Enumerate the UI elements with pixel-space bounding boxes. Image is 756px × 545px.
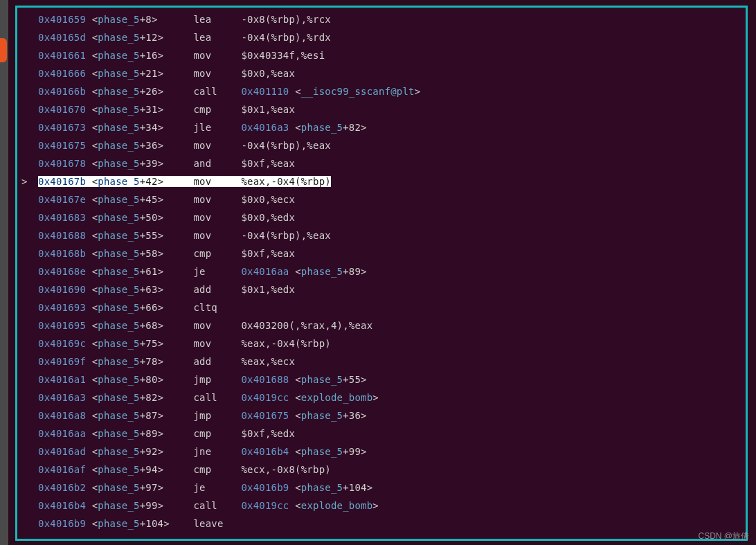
asm-line-content: 0x4016a3 <phase_5+82> call 0x4019cc <exp…	[38, 392, 379, 403]
asm-line: 0x401670 <phase_5+31> cmp $0x1,%eax	[21, 100, 741, 118]
asm-line-content: 0x4016b2 <phase_5+97> je 0x4016b9 <phase…	[38, 482, 372, 493]
asm-line: 0x401688 <phase_5+55> mov -0x4(%rbp),%ea…	[21, 226, 741, 244]
asm-line-content: 0x401666 <phase_5+21> mov $0x0,%eax	[38, 68, 295, 79]
asm-line: 0x40167e <phase_5+45> mov $0x0,%ecx	[21, 190, 741, 208]
asm-line: 0x4016b4 <phase_5+99> call 0x4019cc <exp…	[21, 497, 741, 515]
watermark: CSDN @旅借	[698, 530, 749, 542]
current-line-marker	[21, 28, 38, 46]
asm-line-content: 0x4016b9 <phase_5+104> leave	[38, 518, 241, 529]
current-line-marker	[21, 406, 38, 425]
asm-line: 0x40168e <phase_5+61> je 0x4016aa <phase…	[21, 262, 741, 280]
current-line-marker	[21, 154, 38, 172]
asm-line: 0x4016a8 <phase_5+87> jmp 0x401675 <phas…	[21, 406, 741, 425]
asm-line-content: 0x40165d <phase_5+12> lea -0x4(%rbp),%rd…	[38, 32, 331, 43]
disassembly-listing: 0x401659 <phase_5+8> lea -0x8(%rbp),%rcx…	[21, 10, 741, 533]
current-line-marker	[21, 10, 38, 28]
dock-indicator	[0, 38, 7, 62]
asm-line: 0x4016ad <phase_5+92> jne 0x4016b4 <phas…	[21, 443, 741, 461]
current-line-marker	[21, 370, 38, 388]
asm-line-content: 0x401661 <phase_5+16> mov $0x40334f,%esi	[38, 50, 325, 61]
asm-line-content: 0x401693 <phase_5+66> cltq	[38, 302, 241, 313]
asm-line-content: 0x4016a1 <phase_5+80> jmp 0x401688 <phas…	[38, 374, 367, 385]
asm-line-current: 0x40167b <phase_5+42> mov %eax,-0x4(%rbp…	[38, 176, 331, 187]
current-line-marker	[21, 461, 38, 479]
current-line-marker	[21, 443, 38, 461]
asm-line-content: 0x40168b <phase_5+58> cmp $0xf,%eax	[38, 248, 295, 259]
current-line-marker	[21, 262, 38, 280]
asm-line-content: 0x4016a8 <phase_5+87> jmp 0x401675 <phas…	[38, 410, 367, 421]
asm-line: > 0x40167b <phase_5+42> mov %eax,-0x4(%r…	[21, 172, 741, 190]
asm-line-content: 0x4016b4 <phase_5+99> call 0x4019cc <exp…	[38, 500, 379, 511]
asm-line: 0x4016a3 <phase_5+82> call 0x4019cc <exp…	[21, 388, 741, 406]
asm-line: 0x40169f <phase_5+78> add %eax,%ecx	[21, 352, 741, 370]
asm-line-content: 0x4016ad <phase_5+92> jne 0x4016b4 <phas…	[38, 446, 367, 457]
terminal-window[interactable]: 0x401659 <phase_5+8> lea -0x8(%rbp),%rcx…	[15, 6, 748, 541]
current-line-marker	[21, 226, 38, 244]
asm-line: 0x4016b9 <phase_5+104> leave	[21, 515, 741, 533]
current-line-marker	[21, 479, 38, 497]
asm-line-content: 0x4016af <phase_5+94> cmp %ecx,-0x8(%rbp…	[38, 464, 331, 475]
asm-line: 0x40165d <phase_5+12> lea -0x4(%rbp),%rd…	[21, 28, 741, 46]
current-line-marker	[21, 100, 38, 118]
current-line-marker	[21, 298, 38, 316]
asm-line: 0x4016b2 <phase_5+97> je 0x4016b9 <phase…	[21, 479, 741, 497]
current-line-marker	[21, 244, 38, 262]
asm-line: 0x401666 <phase_5+21> mov $0x0,%eax	[21, 64, 741, 82]
asm-line: 0x401661 <phase_5+16> mov $0x40334f,%esi	[21, 46, 741, 64]
asm-line-content: 0x401678 <phase_5+39> and $0xf,%eax	[38, 158, 295, 169]
asm-line-content: 0x401690 <phase_5+63> add $0x1,%edx	[38, 284, 295, 295]
current-line-marker	[21, 46, 38, 64]
asm-line-content: 0x401695 <phase_5+68> mov 0x403200(,%rax…	[38, 320, 372, 331]
asm-line-content: 0x4016aa <phase_5+89> cmp $0xf,%edx	[38, 428, 295, 439]
asm-line-content: 0x401675 <phase_5+36> mov -0x4(%rbp),%ea…	[38, 140, 331, 151]
current-line-marker	[21, 316, 38, 334]
current-line-marker	[21, 388, 38, 406]
asm-line-content: 0x40169c <phase_5+75> mov %eax,-0x4(%rbp…	[38, 338, 331, 349]
asm-line: 0x401659 <phase_5+8> lea -0x8(%rbp),%rcx	[21, 10, 741, 28]
asm-line: 0x4016a1 <phase_5+80> jmp 0x401688 <phas…	[21, 370, 741, 388]
current-line-marker	[21, 64, 38, 82]
current-line-marker	[21, 118, 38, 136]
asm-line: 0x401673 <phase_5+34> jle 0x4016a3 <phas…	[21, 118, 741, 136]
current-line-marker	[21, 208, 38, 226]
asm-line-content: 0x401683 <phase_5+50> mov $0x0,%edx	[38, 212, 295, 223]
asm-line-content: 0x40168e <phase_5+61> je 0x4016aa <phase…	[38, 266, 367, 277]
asm-line: 0x401678 <phase_5+39> and $0xf,%eax	[21, 154, 741, 172]
asm-line: 0x40166b <phase_5+26> call 0x401110 <__i…	[21, 82, 741, 100]
asm-line: 0x4016aa <phase_5+89> cmp $0xf,%edx	[21, 425, 741, 443]
current-line-marker	[21, 497, 38, 515]
asm-line-content: 0x40167e <phase_5+45> mov $0x0,%ecx	[38, 194, 295, 205]
asm-line: 0x401693 <phase_5+66> cltq	[21, 298, 741, 316]
asm-line-content: 0x401659 <phase_5+8> lea -0x8(%rbp),%rcx	[38, 14, 331, 25]
current-line-marker	[21, 352, 38, 370]
asm-line: 0x40169c <phase_5+75> mov %eax,-0x4(%rbp…	[21, 334, 741, 352]
asm-line: 0x40168b <phase_5+58> cmp $0xf,%eax	[21, 244, 741, 262]
asm-line: 0x4016af <phase_5+94> cmp %ecx,-0x8(%rbp…	[21, 461, 741, 479]
current-line-marker	[21, 425, 38, 443]
current-line-marker	[21, 334, 38, 352]
asm-line: 0x401683 <phase_5+50> mov $0x0,%edx	[21, 208, 741, 226]
asm-line-content: 0x40166b <phase_5+26> call 0x401110 <__i…	[38, 86, 420, 97]
current-line-marker	[21, 136, 38, 154]
asm-line: 0x401695 <phase_5+68> mov 0x403200(,%rax…	[21, 316, 741, 334]
dock-edge	[0, 0, 8, 545]
current-line-marker	[21, 82, 38, 100]
asm-line-content: 0x401673 <phase_5+34> jle 0x4016a3 <phas…	[38, 122, 367, 133]
current-line-marker	[21, 190, 38, 208]
asm-line: 0x401690 <phase_5+63> add $0x1,%edx	[21, 280, 741, 298]
asm-line-content: 0x401670 <phase_5+31> cmp $0x1,%eax	[38, 104, 295, 115]
current-line-marker	[21, 280, 38, 298]
current-line-marker: >	[21, 172, 38, 190]
asm-line-content: 0x40169f <phase_5+78> add %eax,%ecx	[38, 356, 295, 367]
asm-line-content: 0x401688 <phase_5+55> mov -0x4(%rbp),%ea…	[38, 230, 331, 241]
asm-line: 0x401675 <phase_5+36> mov -0x4(%rbp),%ea…	[21, 136, 741, 154]
current-line-marker	[21, 515, 38, 533]
